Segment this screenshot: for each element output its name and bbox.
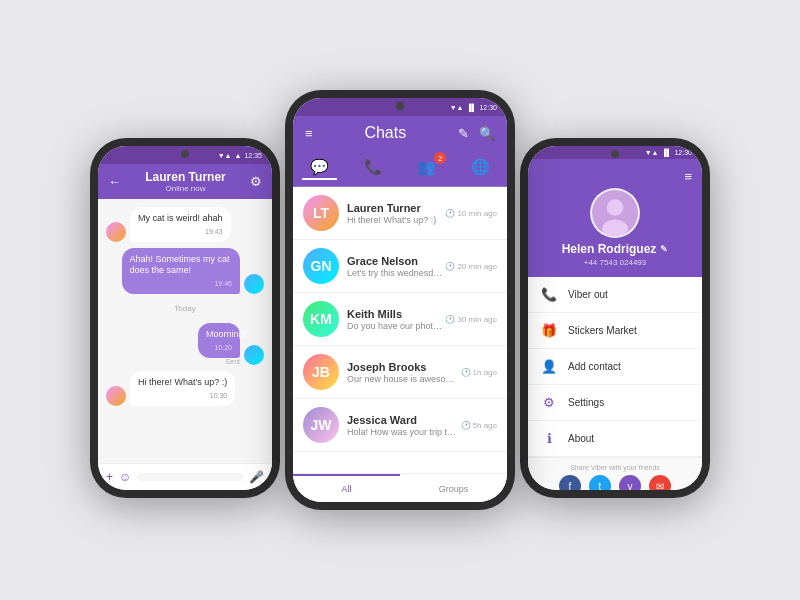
tab-calls[interactable]: 📞 [356, 156, 391, 180]
tab-groups[interactable]: Groups [400, 474, 507, 502]
mic-icon[interactable]: 🎤 [249, 470, 264, 484]
chat-item-keith[interactable]: KM Keith Mills Do you have our photos fr… [293, 293, 507, 346]
nav-tabs: 💬 📞 👥 2 🌐 [293, 150, 507, 187]
phone-camera [181, 150, 189, 158]
bubble-received: Hi there! What's up? :) 10:30 [130, 371, 235, 406]
svg-point-1 [607, 199, 624, 216]
social-icons: f t v ✉ [534, 475, 696, 490]
message-text: My cat is weird! ahah [138, 213, 223, 223]
bubble-sent: Ahah! Sometimes my cat does the same! 19… [122, 248, 241, 294]
settings-button[interactable]: ⚙ [250, 174, 262, 189]
day-separator: Today [106, 304, 264, 313]
chat-info-lauren: Lauren Turner Hi there! What's up? :) [347, 202, 445, 225]
avatar-lauren: LT [303, 195, 339, 231]
menu-stickers[interactable]: 🎁 Stickers Market [528, 313, 702, 349]
time-left: 12:35 [244, 152, 262, 159]
plus-icon[interactable]: + [106, 470, 113, 484]
tab-messages[interactable]: 💬 [302, 156, 337, 180]
avatar-keith: KM [303, 301, 339, 337]
message-time: 10:20 [206, 343, 232, 352]
chat-preview: Let's try this wednesday... Is that alri… [347, 268, 445, 278]
app-header: ≡ Chats ✎ 🔍 [293, 116, 507, 150]
chat-preview: Do you have our photos from the nye? [347, 321, 445, 331]
menu-about[interactable]: ℹ About [528, 421, 702, 457]
chat-time: 🕐 30 min ago [445, 315, 497, 324]
chat-item-jessica[interactable]: JW Jessica Ward Hola! How was your trip … [293, 399, 507, 452]
chat-info-keith: Keith Mills Do you have our photos from … [347, 308, 445, 331]
viber-share-icon[interactable]: v [619, 475, 641, 490]
stickers-icon: 🎁 [540, 323, 558, 338]
time-value: 20 min ago [457, 262, 497, 271]
chat-info-joseph: Joseph Brooks Our new house is awesome! … [347, 361, 461, 384]
time-right: 12:30 [674, 149, 692, 156]
chat-time: 🕐 20 min ago [445, 262, 497, 271]
message-list: My cat is weird! ahah 19:43 Ahah! Someti… [98, 199, 272, 463]
clock-icon: 🕐 [445, 315, 455, 324]
time-value: 30 min ago [457, 315, 497, 324]
signal-icon: ▼▲ [645, 149, 659, 156]
edit-button[interactable]: ✎ [458, 126, 469, 141]
tab-more[interactable]: 🌐 [463, 156, 498, 180]
chat-item-lauren[interactable]: LT Lauren Turner Hi there! What's up? :)… [293, 187, 507, 240]
menu-label: Add contact [568, 361, 621, 372]
sticker-icon[interactable]: ☺ [119, 470, 131, 484]
clock-icon: 🕐 [461, 421, 471, 430]
profile-avatar [590, 188, 640, 238]
more-icon: 🌐 [471, 158, 490, 175]
wifi-icon: ▲ [235, 152, 242, 159]
phone-camera [611, 150, 619, 158]
contacts-badge: 2 [434, 152, 446, 164]
center-phone: ▼▲ ▐▌ 12:30 ≡ Chats ✎ 🔍 💬 [285, 90, 515, 510]
back-button[interactable]: ← [108, 174, 121, 189]
menu-add-contact[interactable]: 👤 Add contact [528, 349, 702, 385]
chat-item-grace[interactable]: GN Grace Nelson Let's try this wednesday… [293, 240, 507, 293]
chat-name: Keith Mills [347, 308, 445, 320]
message-input-bar: + ☺ 🎤 [98, 463, 272, 490]
message-input[interactable] [137, 473, 243, 481]
phone-camera [396, 102, 404, 110]
edit-profile-icon[interactable]: ✎ [660, 244, 668, 254]
battery-icon: ▐▌ [467, 104, 477, 111]
chat-preview: Hi there! What's up? :) [347, 215, 445, 225]
right-phone: ▼▲ ▐▌ 12:30 ≡ [520, 138, 710, 498]
chat-name: Jessica Ward [347, 414, 461, 426]
menu-settings[interactable]: ⚙ Settings [528, 385, 702, 421]
chat-name: Joseph Brooks [347, 361, 461, 373]
chat-time: 🕐 10 min ago [445, 209, 497, 218]
left-phone: ▼▲ ▲ 12:35 ← Lauren Turner Online now ⚙ [90, 138, 280, 498]
tab-contacts[interactable]: 👥 2 [409, 156, 444, 180]
facebook-icon[interactable]: f [559, 475, 581, 490]
bubble-received: My cat is weird! ahah 19:43 [130, 207, 231, 242]
chat-preview: Our new house is awesome! You should com… [347, 374, 461, 384]
search-button[interactable]: 🔍 [479, 126, 495, 141]
menu-viber-out[interactable]: 📞 Viber out [528, 277, 702, 313]
avatar [106, 222, 126, 242]
sent-status: Sent [226, 358, 240, 365]
menu-label: Viber out [568, 289, 608, 300]
tab-all[interactable]: All [293, 474, 400, 502]
menu-label: About [568, 433, 594, 444]
email-share-icon[interactable]: ✉ [649, 475, 671, 490]
message-row: Hi there! What's up? :) 10:30 [106, 371, 264, 406]
chat-info-jessica: Jessica Ward Hola! How was your trip to … [347, 414, 461, 437]
chat-list: LT Lauren Turner Hi there! What's up? :)… [293, 187, 507, 473]
twitter-icon[interactable]: t [589, 475, 611, 490]
message-time: 19:43 [138, 227, 223, 236]
chat-name: Grace Nelson [347, 255, 445, 267]
messages-icon: 💬 [310, 158, 329, 175]
contact-status: Online now [121, 184, 250, 193]
signal-icon: ▼▲ [450, 104, 464, 111]
time-value: 10 min ago [457, 209, 497, 218]
menu-icon-right[interactable]: ≡ [684, 169, 692, 184]
svg-point-2 [602, 219, 628, 237]
message-text: Hi there! What's up? :) [138, 377, 227, 387]
profile-phone: +44 7543 024493 [584, 258, 647, 267]
clock-icon: 🕐 [445, 209, 455, 218]
time-value: 5h ago [473, 421, 497, 430]
chat-item-joseph[interactable]: JB Joseph Brooks Our new house is awesom… [293, 346, 507, 399]
chat-info-grace: Grace Nelson Let's try this wednesday...… [347, 255, 445, 278]
page-title: Chats [364, 124, 406, 142]
conv-header: ← Lauren Turner Online now ⚙ [98, 164, 272, 199]
menu-button[interactable]: ≡ [305, 126, 313, 141]
time-display: 12:30 [479, 104, 497, 111]
